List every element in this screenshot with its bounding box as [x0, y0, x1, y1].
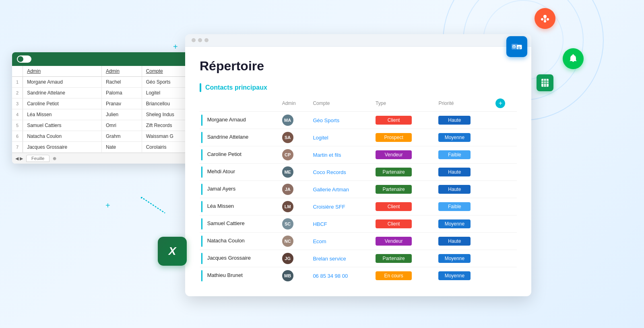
contact-admin-cell: CP [278, 146, 309, 164]
account-link[interactable]: Gallerie Artman [313, 187, 349, 193]
table-row[interactable]: Mehdi Atour ME Coco Records Partenaire H… [200, 164, 517, 181]
table-row[interactable]: Caroline Petiot CP Martin et fils Vendeu… [200, 146, 517, 164]
account-link[interactable]: Martin et fils [313, 152, 341, 158]
contact-name-cell: Jamal Ayers [200, 181, 278, 198]
account-link[interactable]: HBCF [313, 221, 327, 227]
excel-icon-badge: X [158, 237, 187, 266]
excel-cell-contact: Morgane Arnaud [23, 77, 102, 88]
excel-row: 3 Caroline Petiot Pranav Briancellou [12, 98, 201, 109]
avatar: MA [282, 115, 293, 126]
table-row[interactable]: Mathieu Brunet MB 06 85 34 98 00 En cour… [200, 267, 517, 285]
contact-name: Samuel Cattiere [207, 220, 245, 226]
contact-name: Mathieu Brunet [207, 272, 243, 278]
contact-name-cell: Mathieu Brunet [200, 267, 278, 285]
contact-compte-cell: Géo Sports [309, 112, 372, 129]
outlook-icon[interactable]: O O [506, 36, 527, 57]
account-link[interactable]: Ecom [313, 238, 326, 244]
contact-indicator [201, 236, 202, 247]
table-row[interactable]: Morgane Arnaud MA Géo Sports Client Haut… [200, 112, 517, 129]
excel-col-admin: Admin [101, 66, 142, 77]
plus-sign-2: + [105, 201, 110, 210]
titlebar-dot-1 [192, 38, 196, 42]
contact-type-cell: Client [372, 112, 434, 129]
col-compte: Compte [309, 98, 372, 112]
add-contact-button[interactable]: + [495, 98, 505, 108]
table-row[interactable]: Natacha Coulon NC Ecom Vendeur Haute [200, 233, 517, 250]
contact-compte-cell: Ecom [309, 233, 372, 250]
contact-priorite-cell: Faible [434, 146, 491, 164]
contact-priorite-cell: Moyenne [434, 129, 491, 146]
type-badge: Vendeur [376, 150, 412, 159]
svg-point-3 [547, 18, 549, 20]
account-link[interactable]: Croisière SFF [313, 204, 345, 210]
contact-type-cell: Client [372, 198, 434, 215]
contact-action-cell [491, 146, 517, 164]
excel-window: Admin Admin Compte 1 Morgane Arnaud Rach… [12, 52, 201, 164]
contact-admin-cell: LM [278, 198, 309, 215]
contact-compte-cell: HBCF [309, 215, 372, 233]
excel-cell-num: 3 [12, 98, 23, 109]
excel-toggle[interactable] [17, 55, 31, 63]
sheets-icon[interactable] [537, 74, 553, 91]
hubspot-icon[interactable] [535, 8, 555, 29]
contact-indicator [201, 201, 202, 212]
table-row[interactable]: Sandrine Attelane SA Logitel Prospect Mo… [200, 129, 517, 146]
nav-prev[interactable]: ◀ ▶ [15, 156, 23, 161]
col-priorite: Priorité [434, 98, 491, 112]
excel-cell-admin: Julien [101, 109, 142, 120]
table-row[interactable]: Jacques Grossaire JG Brelan service Part… [200, 250, 517, 267]
svg-text:O: O [513, 45, 515, 48]
account-link[interactable]: 06 85 34 98 00 [313, 273, 348, 279]
connector-line [141, 197, 189, 229]
bell-icon[interactable] [563, 48, 584, 69]
avatar: JA [282, 184, 293, 195]
sheet-tab[interactable]: Feuille [26, 155, 50, 162]
type-badge: Client [376, 116, 412, 125]
section-title: Contacts principaux [205, 84, 267, 91]
account-link[interactable]: Coco Records [313, 169, 346, 175]
contact-action-cell [491, 129, 517, 146]
table-row[interactable]: Léa Missen LM Croisière SFF Client Faibl… [200, 198, 517, 215]
contact-indicator [201, 253, 202, 264]
type-badge: Partenaire [376, 254, 412, 263]
contact-name-cell: Morgane Arnaud [200, 112, 278, 129]
contact-priorite-cell: Haute [434, 112, 491, 129]
priority-badge: Haute [438, 237, 471, 246]
page-title: Répertoire [200, 59, 517, 74]
account-link[interactable]: Logitel [313, 135, 328, 141]
contact-indicator [201, 149, 202, 160]
svg-rect-13 [541, 79, 549, 87]
contact-type-cell: En cours [372, 267, 434, 285]
add-sheet-icon[interactable]: ⊕ [53, 156, 56, 161]
avatar: LM [282, 201, 293, 212]
account-link[interactable]: Brelan service [313, 256, 346, 262]
excel-cell-num: 5 [12, 120, 23, 131]
table-row[interactable]: Samuel Cattiere SC HBCF Client Moyenne [200, 215, 517, 233]
type-badge: Client [376, 219, 412, 228]
account-link[interactable]: Géo Sports [313, 117, 339, 123]
contact-action-cell [491, 215, 517, 233]
avatar: SA [282, 132, 293, 143]
contact-action-cell [491, 181, 517, 198]
contact-compte-cell: Logitel [309, 129, 372, 146]
svg-point-1 [141, 197, 142, 199]
contact-indicator [201, 115, 202, 126]
contact-name-cell: Léa Missen [200, 198, 278, 215]
svg-point-2 [543, 15, 547, 18]
contact-type-cell: Partenaire [372, 250, 434, 267]
contact-name: Mehdi Atour [207, 168, 235, 174]
excel-icon-letter: X [169, 245, 176, 258]
priority-badge: Moyenne [438, 254, 471, 263]
contact-name: Morgane Arnaud [207, 117, 246, 123]
plus-sign-1: + [173, 42, 178, 51]
section-bar [200, 83, 201, 92]
excel-col-num [12, 66, 23, 77]
contact-priorite-cell: Moyenne [434, 250, 491, 267]
excel-cell-num: 4 [12, 109, 23, 120]
table-row[interactable]: Jamal Ayers JA Gallerie Artman Partenair… [200, 181, 517, 198]
titlebar-dot-2 [198, 38, 202, 42]
contact-name-cell: Natacha Coulon [200, 233, 278, 250]
contact-admin-cell: NC [278, 233, 309, 250]
contact-indicator [201, 270, 202, 281]
contact-type-cell: Partenaire [372, 181, 434, 198]
